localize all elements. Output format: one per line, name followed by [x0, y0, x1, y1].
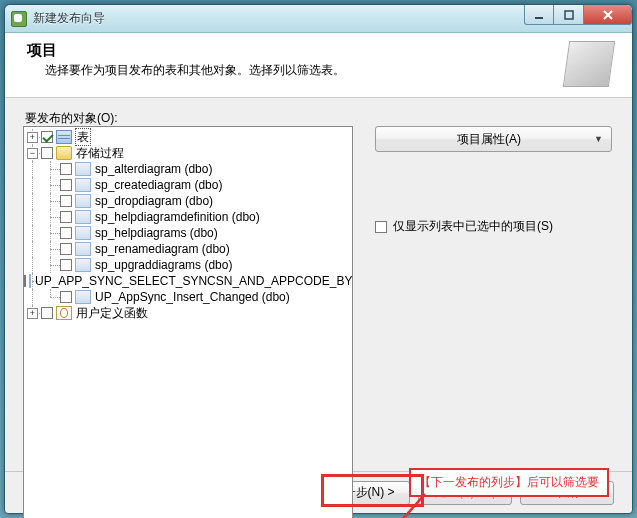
- tree-node-proc[interactable]: UP_AppSync_Insert_Changed (dbo): [24, 289, 352, 305]
- proc-icon: [75, 178, 91, 192]
- proc-icon: [75, 162, 91, 176]
- wizard-window: 新建发布向导 项目 选择要作为项目发布的表和其他对象。选择列以筛选表。 要发布的…: [4, 4, 633, 514]
- proc-icon: [75, 194, 91, 208]
- wizard-header: 项目 选择要作为项目发布的表和其他对象。选择列以筛选表。: [5, 33, 632, 98]
- tree-node-proc[interactable]: sp_upgraddiagrams (dbo): [24, 257, 352, 273]
- proc-icon: [75, 258, 91, 272]
- function-icon: [56, 306, 72, 320]
- button-label: 项目属性(A): [384, 131, 594, 148]
- checkbox-icon[interactable]: [24, 275, 26, 287]
- window-title: 新建发布向导: [33, 10, 105, 27]
- tree-node-label: UP_AppSync_Insert_Changed (dbo): [94, 289, 291, 305]
- expander-icon[interactable]: −: [27, 148, 38, 159]
- table-icon: [56, 130, 72, 144]
- only-selected-row: 仅显示列表中已选中的项目(S): [375, 218, 612, 235]
- page-subtitle: 选择要作为项目发布的表和其他对象。选择列以筛选表。: [45, 62, 566, 79]
- right-pane: 项目属性(A) ▼ 仅显示列表中已选中的项目(S): [375, 126, 612, 235]
- window-buttons: [524, 5, 632, 25]
- checkbox-icon[interactable]: [60, 291, 72, 303]
- tree-node-procs[interactable]: − 存储过程: [24, 145, 352, 161]
- tree-node-funcs[interactable]: + 用户定义函数: [24, 305, 352, 321]
- expander-icon[interactable]: +: [27, 308, 38, 319]
- folder-icon: [56, 146, 72, 160]
- tree-node-label: sp_helpdiagrams (dbo): [94, 225, 219, 241]
- title-bar: 新建发布向导: [5, 5, 632, 33]
- tree-node-proc[interactable]: sp_alterdiagram (dbo): [24, 161, 352, 177]
- tree-node-label: sp_helpdiagramdefinition (dbo): [94, 209, 261, 225]
- tree-node-label: sp_dropdiagram (dbo): [94, 193, 214, 209]
- expander-icon[interactable]: +: [27, 132, 38, 143]
- checkbox-icon[interactable]: [41, 131, 53, 143]
- wizard-body: 要发布的对象(O): + 表 − 存储过程 sp_alterdi: [5, 98, 632, 471]
- tree-node-proc[interactable]: sp_helpdiagrams (dbo): [24, 225, 352, 241]
- tree-node-label: UP_APP_SYNC_SELECT_SYNCSN_AND_APPCODE_BY…: [34, 273, 352, 289]
- checkbox-icon[interactable]: [41, 307, 53, 319]
- chevron-down-icon: ▼: [594, 134, 603, 144]
- close-button[interactable]: [584, 5, 632, 25]
- tree-node-proc[interactable]: sp_dropdiagram (dbo): [24, 193, 352, 209]
- tree-node-label: 用户定义函数: [75, 305, 149, 321]
- checkbox-icon[interactable]: [41, 147, 53, 159]
- checkbox-icon[interactable]: [60, 163, 72, 175]
- proc-icon: [75, 210, 91, 224]
- svg-rect-1: [565, 11, 573, 19]
- annotation-callout: 【下一发布的列步】后可以筛选要: [409, 468, 609, 497]
- tree-node-label: 表: [75, 128, 91, 146]
- tree-node-label: sp_creatediagram (dbo): [94, 177, 223, 193]
- tree-node-proc[interactable]: sp_creatediagram (dbo): [24, 177, 352, 193]
- proc-icon: [75, 226, 91, 240]
- app-icon: [11, 11, 27, 27]
- svg-rect-0: [535, 17, 543, 19]
- checkbox-icon[interactable]: [60, 243, 72, 255]
- tree-node-tables[interactable]: + 表: [24, 129, 352, 145]
- object-tree[interactable]: + 表 − 存储过程 sp_alterdiagram (dbo) sp_crea…: [24, 127, 352, 518]
- checkbox-icon[interactable]: [60, 211, 72, 223]
- header-glass-icon: [563, 41, 615, 87]
- tree-node-proc[interactable]: sp_renamediagram (dbo): [24, 241, 352, 257]
- proc-icon: [75, 242, 91, 256]
- objects-label: 要发布的对象(O):: [25, 110, 614, 127]
- checkbox-icon[interactable]: [60, 227, 72, 239]
- only-selected-label: 仅显示列表中已选中的项目(S): [393, 218, 553, 235]
- checkbox-icon[interactable]: [60, 259, 72, 271]
- only-selected-checkbox[interactable]: [375, 221, 387, 233]
- page-title: 项目: [27, 41, 566, 60]
- tree-node-label: 存储过程: [75, 145, 125, 161]
- maximize-button[interactable]: [554, 5, 584, 25]
- tree-node-label: sp_renamediagram (dbo): [94, 241, 231, 257]
- checkbox-icon[interactable]: [60, 195, 72, 207]
- project-attributes-button[interactable]: 项目属性(A) ▼: [375, 126, 612, 152]
- checkbox-icon[interactable]: [60, 179, 72, 191]
- tree-node-label: sp_alterdiagram (dbo): [94, 161, 213, 177]
- tree-node-proc[interactable]: UP_APP_SYNC_SELECT_SYNCSN_AND_APPCODE_BY…: [24, 273, 352, 289]
- object-tree-panel: + 表 − 存储过程 sp_alterdiagram (dbo) sp_crea…: [23, 126, 353, 518]
- minimize-button[interactable]: [524, 5, 554, 25]
- proc-icon: [29, 274, 31, 288]
- proc-icon: [75, 290, 91, 304]
- tree-node-proc[interactable]: sp_helpdiagramdefinition (dbo): [24, 209, 352, 225]
- tree-node-label: sp_upgraddiagrams (dbo): [94, 257, 233, 273]
